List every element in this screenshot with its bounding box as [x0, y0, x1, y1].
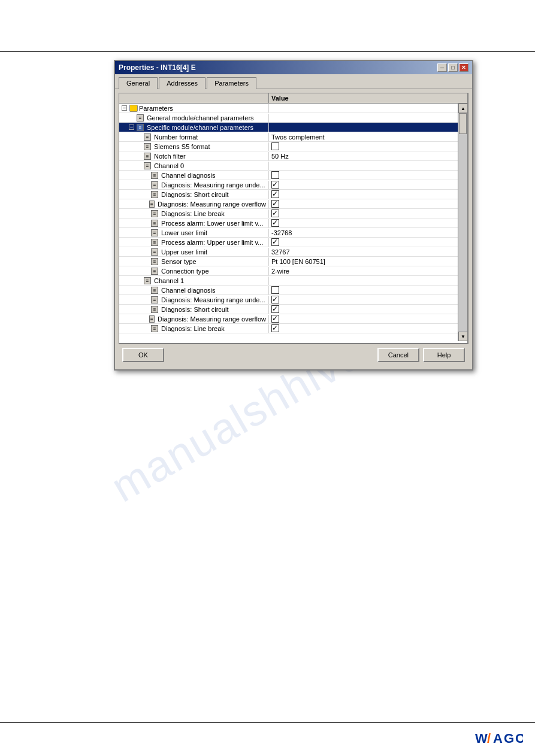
param-icon: ≡ — [151, 268, 158, 275]
param-value-header: Value — [269, 93, 458, 103]
param-value-cell — [269, 171, 458, 180]
param-value-cell — [269, 314, 458, 323]
checkbox-ch1-diag[interactable] — [271, 286, 279, 294]
table-row[interactable]: ≡ Channel 1 — [119, 276, 458, 286]
svg-text:AGO: AGO — [493, 731, 523, 746]
bottom-border-line — [0, 722, 535, 723]
scroll-thumb[interactable] — [459, 113, 467, 134]
param-value-cell — [269, 180, 458, 189]
tab-addresses[interactable]: Addresses — [159, 77, 205, 89]
table-row[interactable]: ≡ General module/channel parameters — [119, 113, 458, 123]
param-icon: ≡ — [151, 210, 158, 217]
table-row[interactable]: ≡ Notch filter 50 Hz — [119, 151, 458, 161]
checkbox-ch0-proc-lower[interactable] — [271, 219, 279, 227]
checkbox-ch0-diag[interactable] — [271, 171, 279, 179]
param-icon: ≡ — [151, 172, 158, 179]
param-value-cell: 2-wire — [269, 267, 458, 275]
wago-logo: W / AGO — [475, 728, 523, 750]
checkbox-ch1-short[interactable] — [271, 305, 279, 313]
scroll-down-button[interactable]: ▼ — [458, 332, 468, 341]
param-value-cell: Pt 100 [EN 60751] — [269, 257, 458, 266]
scroll-up-button[interactable]: ▲ — [458, 104, 468, 113]
close-button[interactable]: ✕ — [459, 63, 468, 72]
ok-button[interactable]: OK — [122, 348, 164, 362]
param-icon: ≡ — [151, 258, 158, 265]
folder-icon — [129, 105, 138, 112]
param-value-cell — [269, 127, 458, 128]
param-icon: ≡ — [151, 248, 158, 256]
param-icon: ≡ — [151, 191, 158, 198]
param-icon: ≡ — [144, 277, 151, 284]
table-row[interactable]: ≡ Diagnosis: Line break — [119, 209, 458, 218]
param-rows[interactable]: − Parameters ≡ General module/cha — [119, 104, 458, 337]
table-row[interactable]: ≡ Process alarm: Upper user limit v... — [119, 238, 458, 247]
checkbox-ch0-line-break[interactable] — [271, 210, 279, 217]
table-row[interactable]: ≡ Channel diagnosis — [119, 286, 458, 295]
expand-root[interactable]: − — [122, 105, 127, 111]
param-icon: ≡ — [151, 220, 158, 227]
table-row[interactable]: ≡ Diagnosis: Measuring range unde... — [119, 295, 458, 305]
table-row[interactable]: ≡ Channel diagnosis — [119, 171, 458, 180]
dialog-buttons: OK Cancel Help — [119, 344, 468, 366]
param-icon: ≡ — [151, 287, 158, 294]
svg-text:/: / — [487, 731, 492, 746]
param-icon: ≡ — [149, 201, 155, 208]
minimize-button[interactable]: ─ — [437, 63, 447, 72]
param-icon: ≡ — [137, 124, 144, 131]
table-row[interactable]: ≡ Number format Twos complement — [119, 132, 458, 142]
param-icon: ≡ — [151, 239, 158, 246]
param-value-cell — [269, 108, 458, 109]
table-row[interactable]: ≡ Upper user limit 32767 — [119, 247, 458, 257]
param-table-header: Value — [119, 93, 467, 104]
dialog-title: Properties - INT16[4] E — [119, 63, 196, 72]
table-row[interactable]: ≡ Diagnosis: Measuring range overflow — [119, 199, 458, 209]
parameter-container: Value − Parameters — [119, 93, 468, 344]
table-row[interactable]: ≡ Diagnosis: Short circuit — [119, 305, 458, 314]
param-icon: ≡ — [151, 306, 158, 313]
tab-general[interactable]: General — [119, 77, 158, 89]
table-row[interactable]: ≡ Channel 0 — [119, 161, 458, 171]
table-row[interactable]: ≡ Lower user limit -32768 — [119, 228, 458, 238]
param-value-cell: 32767 — [269, 248, 458, 256]
svg-text:W: W — [475, 731, 488, 746]
param-name-header — [119, 93, 269, 103]
param-icon: ≡ — [151, 229, 158, 236]
table-row[interactable]: ≡ Siemens S5 format — [119, 142, 458, 151]
checkbox-ch0-meas-over[interactable] — [271, 200, 279, 208]
param-value-cell — [269, 295, 458, 304]
expand-specific[interactable]: − — [129, 125, 134, 130]
maximize-button[interactable]: □ — [448, 63, 458, 72]
page-background: manualshhive.com Properties - INT16[4] E… — [0, 0, 535, 756]
tabs-bar: General Addresses Parameters — [115, 74, 472, 89]
table-row[interactable]: ≡ Sensor type Pt 100 [EN 60751] — [119, 257, 458, 266]
param-value-cell — [269, 165, 458, 166]
table-row[interactable]: ≡ Diagnosis: Measuring range overflow — [119, 314, 458, 324]
cancel-button[interactable]: Cancel — [377, 348, 419, 362]
help-button[interactable]: Help — [423, 348, 465, 362]
table-row[interactable]: ≡ Process alarm: Lower user limit v... — [119, 218, 458, 228]
checkbox-ch1-meas-over[interactable] — [271, 315, 279, 323]
param-value-cell — [269, 286, 458, 294]
param-icon: ≡ — [144, 162, 151, 169]
param-value-cell — [269, 199, 458, 208]
table-row[interactable]: ≡ Diagnosis: Measuring range unde... — [119, 180, 458, 190]
title-bar: Properties - INT16[4] E ─ □ ✕ — [115, 61, 472, 74]
table-row[interactable]: ≡ Diagnosis: Short circuit — [119, 190, 458, 199]
param-icon: ≡ — [144, 133, 151, 141]
tab-parameters[interactable]: Parameters — [207, 77, 256, 89]
checkbox-ch0-meas-under[interactable] — [271, 181, 279, 189]
properties-dialog: Properties - INT16[4] E ─ □ ✕ General Ad… — [114, 60, 473, 371]
table-row[interactable]: − ≡ Specific module/channel parameters — [119, 123, 458, 132]
table-row[interactable]: ≡ Diagnosis: Line break — [119, 324, 458, 333]
checkbox-ch0-proc-upper[interactable] — [271, 238, 279, 246]
param-value-cell — [269, 218, 458, 227]
param-icon: ≡ — [151, 296, 158, 303]
table-row[interactable]: − Parameters — [119, 104, 458, 113]
checkbox-ch1-line-break[interactable] — [271, 324, 279, 332]
param-icon: ≡ — [137, 114, 144, 122]
param-value-cell — [269, 209, 458, 218]
checkbox-ch1-meas-under[interactable] — [271, 296, 279, 303]
checkbox-ch0-short[interactable] — [271, 190, 279, 198]
checkbox-siemens-s5[interactable] — [271, 142, 279, 150]
table-row[interactable]: ≡ Connection type 2-wire — [119, 266, 458, 276]
